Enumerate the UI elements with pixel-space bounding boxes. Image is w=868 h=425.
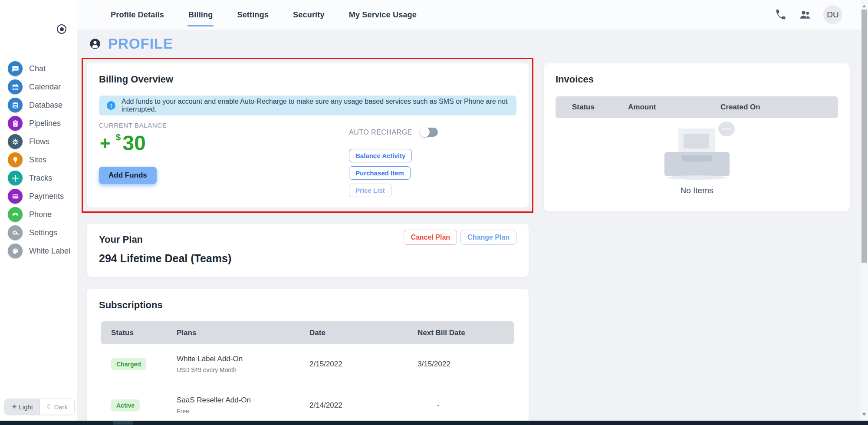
subs-col-plans: Plans — [177, 329, 309, 337]
billing-page: Profile Details Billing Settings Securit… — [0, 0, 868, 425]
empty-inbox-icon — [664, 128, 730, 179]
scroll-down-icon[interactable] — [862, 413, 866, 418]
scroll-up-icon[interactable] — [862, 3, 866, 7]
plan-name: 294 Lifetime Deal (Teams) — [99, 252, 231, 265]
sidebar-item-white-label[interactable]: White Label — [0, 242, 77, 260]
pipelines-icon — [8, 116, 23, 131]
white-label-icon — [8, 244, 23, 258]
invoices-card: Invoices Status Amount Created On No Ite… — [544, 63, 850, 211]
sidebar: Chat Calendar Database Pipelines Flows S… — [0, 0, 77, 421]
invoices-empty-state: No Items — [544, 128, 850, 195]
flows-icon — [8, 134, 23, 149]
add-funds-button[interactable]: Add Funds — [99, 167, 157, 184]
settings-icon — [8, 225, 23, 240]
sidebar-item-tracks[interactable]: Tracks — [0, 169, 77, 187]
sidebar-item-chat[interactable]: Chat — [0, 59, 77, 78]
cancel-plan-button[interactable]: Cancel Plan — [404, 230, 457, 245]
sidebar-item-database[interactable]: Database — [0, 96, 77, 114]
sidebar-item-label: Tracks — [29, 174, 52, 183]
info-icon: ! — [107, 101, 115, 110]
payments-icon — [8, 189, 23, 204]
header-actions: DU — [775, 0, 842, 30]
shadow-shape — [668, 175, 726, 180]
calendar-icon — [8, 79, 23, 94]
balance-activity-button[interactable]: Balance Activity — [349, 149, 412, 162]
auto-recharge-label: AUTO RECHARGE — [349, 128, 412, 136]
theme-light-label: Light — [19, 403, 33, 411]
date-cell: 2/15/2022 — [309, 360, 418, 369]
chat-icon — [8, 61, 23, 76]
phone-icon — [8, 207, 23, 222]
auto-recharge-toggle[interactable] — [420, 128, 438, 137]
sidebar-item-settings[interactable]: Settings — [0, 224, 77, 242]
current-balance-value: + $ 30 — [100, 131, 146, 155]
sidebar-item-label: Flows — [29, 137, 49, 146]
subscription-row: Charged White Label Add-On USD $49 every… — [101, 355, 514, 373]
date-cell: 2/14/2022 — [309, 401, 418, 410]
user-avatar[interactable]: DU — [823, 5, 842, 24]
tab-billing[interactable]: Billing — [187, 8, 214, 22]
tracks-icon — [8, 171, 23, 185]
sidebar-item-pipelines[interactable]: Pipelines — [0, 114, 77, 132]
current-balance-label: CURRENT BALANCE — [99, 122, 167, 129]
profile-tabs: Profile Details Billing Settings Securit… — [110, 0, 418, 30]
no-items-text: No Items — [680, 186, 713, 195]
sidebar-menu: Chat Calendar Database Pipelines Flows S… — [0, 59, 77, 260]
tab-security[interactable]: Security — [292, 8, 326, 22]
theme-toggle: ☀ Light ☾ Dark — [4, 399, 75, 415]
sidebar-item-label: Chat — [29, 64, 46, 73]
sidebar-item-flows[interactable]: Flows — [0, 132, 77, 151]
sidebar-item-phone[interactable]: Phone — [0, 205, 77, 224]
sidebar-item-payments[interactable]: Payments — [0, 187, 77, 205]
sidebar-item-label: Sites — [29, 155, 46, 165]
sites-icon — [8, 152, 23, 167]
horizontal-scrollbar[interactable] — [0, 421, 868, 425]
tab-settings[interactable]: Settings — [236, 8, 270, 22]
database-icon — [8, 98, 23, 112]
change-plan-button[interactable]: Change Plan — [460, 230, 516, 245]
profile-icon — [89, 38, 101, 50]
status-badge: Active — [111, 399, 140, 412]
scrollbar-thumb[interactable] — [861, 10, 867, 263]
balance-currency: $ — [116, 132, 121, 142]
sidebar-item-label: Pipelines — [29, 119, 61, 128]
sidebar-pin-icon[interactable] — [57, 24, 66, 34]
sidebar-item-label: Phone — [29, 210, 52, 219]
page-title: PROFILE — [108, 36, 173, 52]
your-plan-card: Your Plan 294 Lifetime Deal (Teams) Canc… — [87, 224, 529, 277]
balance-sign: + — [100, 131, 111, 155]
plan-price-cell: USD $49 every Month — [177, 366, 309, 373]
info-banner-text: Add funds to your account and enable Aut… — [122, 98, 509, 113]
invoices-col-amount: Amount — [628, 103, 720, 112]
invoices-table-header: Status Amount Created On — [556, 96, 838, 118]
sidebar-item-calendar[interactable]: Calendar — [0, 78, 77, 96]
theme-dark-label: Dark — [54, 403, 68, 411]
plan-name-cell: SaaS Reseller Add-On — [177, 396, 309, 405]
phone-call-icon[interactable] — [775, 9, 787, 21]
next-bill-date-cell: 3/15/2022 — [418, 360, 514, 369]
top-header: Profile Details Billing Settings Securit… — [77, 0, 861, 30]
auto-recharge-row: AUTO RECHARGE — [349, 128, 438, 137]
subscriptions-table-header: Status Plans Date Next Bill Date — [101, 321, 514, 344]
billing-overview-card: Billing Overview ! Add funds to your acc… — [87, 63, 529, 208]
subs-col-date: Date — [309, 329, 418, 337]
invoices-title: Invoices — [556, 74, 594, 85]
theme-light-button[interactable]: ☀ Light — [5, 399, 40, 415]
next-bill-date-cell: - — [418, 401, 514, 410]
page-title-row: PROFILE — [89, 36, 173, 52]
purchased-item-button[interactable]: Purchased Item — [349, 166, 411, 180]
status-badge: Charged — [111, 358, 146, 370]
tab-profile-details[interactable]: Profile Details — [110, 8, 165, 22]
sun-icon: ☀ — [11, 403, 17, 411]
price-list-button[interactable]: Price List — [349, 184, 391, 197]
theme-dark-button[interactable]: ☾ Dark — [40, 399, 74, 415]
vertical-scrollbar[interactable] — [861, 0, 868, 421]
info-banner: ! Add funds to your account and enable A… — [99, 96, 516, 115]
tab-my-service-usage[interactable]: My Service Usage — [348, 8, 418, 22]
speech-bubble-icon — [718, 122, 735, 136]
sidebar-item-sites[interactable]: Sites — [0, 151, 77, 169]
plan-price-cell: Free — [177, 408, 309, 415]
users-icon[interactable] — [799, 9, 811, 21]
plan-name-cell: White Label Add-On — [177, 355, 309, 363]
hscrollbar-thumb[interactable] — [113, 421, 133, 425]
